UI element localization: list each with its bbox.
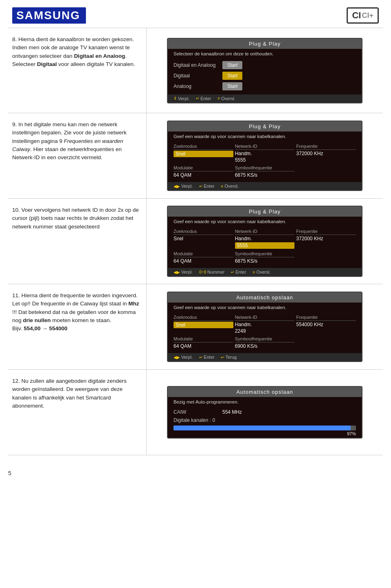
tv-grid-freq-9: Frequentie 372000 KHz xyxy=(296,144,356,163)
tv-grid-val-5555-10: 5555 xyxy=(235,242,295,249)
tv-grid-header-modulatie-9: Modulatie xyxy=(174,165,233,171)
enter-icon-11: ↵ xyxy=(199,355,202,360)
tv-subtitle-8: Selecteer de kanaalbron om deze te ontho… xyxy=(168,49,362,59)
tv-btn-start-1[interactable]: Start xyxy=(222,61,242,69)
ci-text: CI xyxy=(352,10,361,21)
text-col-9: 9. In het digitale menu kan men de netwe… xyxy=(8,113,147,198)
tv-subtitle-10: Geef een waarde op voor scannen naar kab… xyxy=(168,217,362,226)
tv-channels-label-12: Digitale kanalen : 0 xyxy=(174,417,222,423)
img-col-9: Plug & Play Geef een waarde op voor scan… xyxy=(147,113,383,198)
tv-grid-zoekmodus-11: Zoekmodus Snel xyxy=(174,315,233,334)
tv-grid-netwerkid-11: Netwerk-ID Handm. 2249 xyxy=(235,315,295,334)
tv-grid-10-top: Zoekmodus Snel Netwerk-ID Handm. 5555 Fr… xyxy=(174,229,356,249)
tv-footer-enter-11: ↵ Enter xyxy=(199,355,214,360)
tv-grid-netwerkid-9: Netwerk-ID Handm. 5555 xyxy=(235,144,295,163)
tv-row-8-2: Digitaal Start xyxy=(174,72,356,80)
row-11: 11. Hierna dient de frequentie te worden… xyxy=(8,284,383,370)
tv-screen-10: Plug & Play Geef een waarde op voor scan… xyxy=(167,206,362,277)
tv-title-8: Plug & Play xyxy=(168,39,362,49)
tv-progress-bar-inner-12 xyxy=(174,426,351,430)
tv-row-8-3: Analoog Start xyxy=(174,82,356,90)
tv-grid-val-2249-11: 2249 xyxy=(235,328,295,334)
tv-grid-val-freq-11: 554000 KHz xyxy=(296,322,356,327)
tv-grid-header-zoekmodus-11: Zoekmodus xyxy=(174,315,233,321)
tv-grid-11-top: Zoekmodus Snel Netwerk-ID Handm. 2249 Fr… xyxy=(174,315,356,334)
tv-title-9: Plug & Play xyxy=(168,121,362,132)
tv-label-8-2: Digitaal xyxy=(174,73,222,79)
tv-grid-header-symbool-10: Symboolfrequentie xyxy=(235,251,295,257)
row-9: 9. In het digitale menu kan men de netwe… xyxy=(8,113,383,199)
tv-grid-val-symbool-10: 6875 KS/s xyxy=(235,258,295,264)
tv-grid-zoekmodus-10: Zoekmodus Snel xyxy=(174,229,233,249)
arrow-updown-icon: ⇕ xyxy=(174,96,177,101)
tv-screen-11: Automatisch opslaan Geef een waarde op v… xyxy=(167,292,362,362)
enter-icon-10: ↵ xyxy=(231,270,234,274)
step-9: 9. xyxy=(12,121,17,127)
img-col-11: Automatisch opslaan Geef een waarde op v… xyxy=(147,284,383,369)
tv-grid-9-top: Zoekmodus Snel Netwerk-ID Handm. 5555 Fr… xyxy=(174,144,356,163)
tv-footer-9: ◀▶ Verpl. ↵ Enter ≡ Oversl. xyxy=(168,182,362,190)
tv-grid-freq-10: Frequentie 372000 KHz xyxy=(296,229,356,249)
nummer-icon-10: 0~9 xyxy=(199,270,206,274)
terug-icon-11: ↩ xyxy=(221,355,224,360)
tv-footer-verpl-10: ◀▶ Verpl. xyxy=(174,270,193,274)
text-col-8: 8. Hierna dient de kanaalbron te worden … xyxy=(8,28,147,113)
page-number: 5 xyxy=(8,470,11,476)
row-8: 8. Hierna dient de kanaalbron te worden … xyxy=(8,28,383,113)
tv-grid-symbool-10: Symboolfrequentie 6875 KS/s xyxy=(235,251,295,264)
enter-icon-9: ↵ xyxy=(199,184,202,189)
tv-row-8-1: Digitaal en Analoog Start xyxy=(174,61,356,69)
text-col-10: 10. Voer vervolgens het netwerk ID in do… xyxy=(8,199,147,284)
tv-footer-oversl-9: ≡ Oversl. xyxy=(221,184,239,189)
tv-grid-netwerkid-10: Netwerk-ID Handm. 5555 xyxy=(235,229,295,249)
tv-footer-verpl-8: ⇕ Verpl. xyxy=(174,96,189,101)
tv-footer-terug-11: ↩ Terug xyxy=(221,355,237,360)
tv-footer-verpl-9: ◀▶ Verpl. xyxy=(174,184,193,189)
tv-grid-val-freq-9: 372000 KHz xyxy=(296,151,356,156)
text-col-12: 12. Nu zullen alle aangeboden digitale z… xyxy=(8,370,147,455)
step-8: 8. xyxy=(12,36,17,42)
tv-body-9: Zoekmodus Snel Netwerk-ID Handm. 5555 Fr… xyxy=(168,141,362,182)
tv-progress-bar-outer-12 xyxy=(174,426,356,430)
oversl-icon-10: ≡ xyxy=(253,270,255,274)
tv-grid-symbool-9: Symboolfrequentie 6875 KS/s xyxy=(235,165,295,178)
tv-label-8-1: Digitaal en Analoog xyxy=(174,62,222,68)
tv-grid-val-snel-11: Snel xyxy=(174,322,233,328)
tv-grid-val-handm-9: Handm. xyxy=(235,151,295,156)
img-col-8: Plug & Play Selecteer de kanaalbron om d… xyxy=(147,28,383,113)
step-12: 12. xyxy=(12,378,20,384)
tv-title-12: Automatisch opslaan xyxy=(168,387,362,397)
tv-grid-header-netwerkid-9: Netwerk-ID xyxy=(235,144,295,150)
step-10: 10. xyxy=(12,207,20,213)
tv-grid-val-snel-9: Snel xyxy=(174,151,233,157)
tv-grid-header-netwerkid-11: Netwerk-ID xyxy=(235,315,295,321)
tv-footer-11: ◀▶ Verpl. ↵ Enter ↩ Terug xyxy=(168,353,362,361)
samsung-logo-text: SAMSUNG xyxy=(12,7,86,24)
tv-grid-val-symbool-11: 6900 KS/s xyxy=(235,343,295,349)
tv-grid-11-bot: Modulatie 64 QAM Symboolfrequentie 6900 … xyxy=(174,336,356,349)
tv-grid-header-freq-9: Frequentie xyxy=(296,144,356,150)
plus-text: CI+ xyxy=(362,11,373,20)
tv-title-10: Plug & Play xyxy=(168,206,362,217)
img-col-10: Plug & Play Geef een waarde op voor scan… xyxy=(147,199,383,284)
page-footer: 5 xyxy=(0,463,391,480)
tv-footer-enter-10: ↵ Enter xyxy=(231,270,246,274)
tv-grid-header-zoekmodus-9: Zoekmodus xyxy=(174,144,233,150)
tv-grid-9-bot: Modulatie 64 QAM Symboolfrequentie 6875 … xyxy=(174,165,356,178)
tv-btn-start-2[interactable]: Start xyxy=(222,72,242,80)
tv-freq-val-12: 554 MHz xyxy=(222,409,242,415)
tv-grid-val-modulatie-11: 64 QAM xyxy=(174,343,233,349)
tv-grid-modulatie-10: Modulatie 64 QAM xyxy=(174,251,233,264)
tv-screen-12: Automatisch opslaan Bezig met Auto-progr… xyxy=(167,386,362,439)
tv-grid-header-symbool-9: Symboolfrequentie xyxy=(235,165,295,171)
step-11: 11. xyxy=(12,292,20,298)
tv-screen-8: Plug & Play Selecteer de kanaalbron om d… xyxy=(167,38,362,103)
tv-grid-zoekmodus-9: Zoekmodus Snel xyxy=(174,144,233,163)
tv-grid-val-5555-9: 5555 xyxy=(235,157,295,163)
tv-grid-val-symbool-9: 6875 KS/s xyxy=(235,172,295,178)
tv-grid-modulatie-9: Modulatie 64 QAM xyxy=(174,165,233,178)
img-col-12: Automatisch opslaan Bezig met Auto-progr… xyxy=(147,370,383,455)
tv-btn-start-3[interactable]: Start xyxy=(222,82,242,90)
tv-progress-pct-12: 97% xyxy=(174,431,356,436)
tv-subtitle-9: Geef een waarde op voor scannen naar kab… xyxy=(168,132,362,141)
